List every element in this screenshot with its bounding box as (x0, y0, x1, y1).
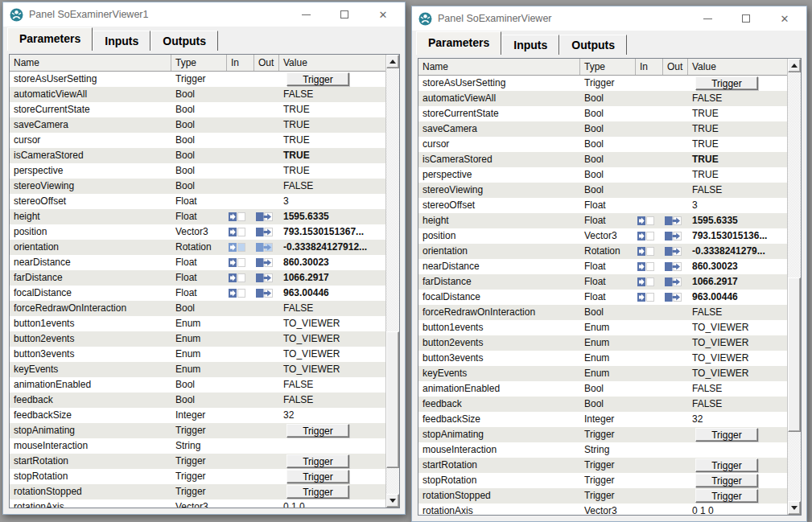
table-row[interactable]: heightFloat 1595.6335 (418, 213, 787, 228)
table-row[interactable]: storeCurrentStateBoolTRUE (418, 106, 787, 121)
title-bar[interactable]: Panel SoExaminerViewer ✕ (412, 6, 806, 31)
table-row[interactable]: isCameraStoredBoolTRUE (10, 148, 385, 163)
table-row[interactable]: stopAnimatingTriggerTrigger (418, 427, 787, 442)
table-row[interactable]: saveCameraBoolTRUE (10, 117, 385, 133)
param-value[interactable]: TRUE (688, 167, 787, 183)
column-header-name[interactable]: Name (10, 55, 171, 71)
table-row[interactable]: storeCurrentStateBoolTRUE (10, 102, 385, 117)
table-row[interactable]: button1eventsEnumTO_VIEWER (418, 320, 787, 335)
table-row[interactable]: focalDistanceFloat 963.00446 (10, 286, 385, 301)
table-row[interactable]: stereoViewingBoolFALSE (418, 183, 787, 198)
param-value[interactable]: FALSE (279, 179, 385, 194)
scrollbar-track[interactable] (788, 72, 801, 501)
param-value[interactable]: TO_VIEWER (688, 320, 787, 335)
table-row[interactable]: feedbackBoolFALSE (10, 393, 385, 408)
param-value[interactable]: TRUE (279, 163, 385, 179)
table-row[interactable]: stereoOffsetFloat3 (10, 194, 385, 209)
table-row[interactable]: animationEnabledBoolFALSE (10, 377, 385, 393)
table-row[interactable]: storeAsUserSettingTriggerTrigger (418, 76, 787, 91)
param-value[interactable]: TO_VIEWER (688, 335, 787, 351)
param-value[interactable]: 3 (279, 194, 385, 209)
table-row[interactable]: button3eventsEnumTO_VIEWER (418, 351, 787, 366)
column-header-out[interactable]: Out (254, 55, 279, 71)
table-row[interactable]: button2eventsEnumTO_VIEWER (418, 335, 787, 351)
table-row[interactable]: storeAsUserSettingTriggerTrigger (10, 72, 385, 87)
trigger-button[interactable]: Trigger (286, 485, 349, 499)
table-row[interactable]: perspectiveBoolTRUE (10, 163, 385, 179)
trigger-button[interactable]: Trigger (286, 454, 349, 468)
param-value[interactable]: TO_VIEWER (688, 351, 787, 366)
scroll-up-button[interactable] (386, 55, 399, 68)
table-row[interactable]: button1eventsEnumTO_VIEWER (10, 316, 385, 331)
table-row[interactable]: orientationRotation -0.333824127912... (10, 240, 385, 255)
param-value[interactable]: 963.00446 (688, 290, 787, 305)
param-value[interactable]: 793.1530151367... (279, 224, 385, 240)
trigger-button[interactable]: Trigger (695, 458, 758, 472)
table-row[interactable]: feedbackSizeInteger32 (418, 412, 787, 427)
table-row[interactable]: stereoViewingBoolFALSE (10, 179, 385, 194)
table-row[interactable]: nearDistanceFloat 860.30023 (418, 259, 787, 274)
table-row[interactable]: animationEnabledBoolFALSE (418, 381, 787, 397)
close-icon[interactable]: ✕ (377, 9, 389, 20)
table-row[interactable]: stereoOffsetFloat3 (418, 198, 787, 213)
scrollbar-thumb[interactable] (386, 331, 399, 468)
trigger-button[interactable]: Trigger (695, 474, 758, 487)
table-row[interactable]: stopRotationTriggerTrigger (10, 469, 385, 484)
trigger-button[interactable]: Trigger (286, 470, 349, 483)
maximize-icon[interactable] (740, 13, 752, 24)
param-value[interactable]: FALSE (279, 377, 385, 393)
table-row[interactable]: rotationAxisVector30 1 0 (10, 499, 385, 508)
table-row[interactable]: heightFloat 1595.6335 (10, 209, 385, 224)
column-header-name[interactable]: Name (418, 59, 580, 75)
tab-parameters[interactable]: Parameters (7, 27, 93, 51)
minimize-icon[interactable] (300, 9, 311, 20)
scroll-up-button[interactable] (788, 59, 801, 72)
scrollbar-thumb[interactable] (788, 277, 801, 432)
scrollbar-track[interactable] (386, 68, 399, 494)
param-value[interactable]: FALSE (688, 183, 787, 198)
param-value[interactable]: 32 (279, 408, 385, 423)
param-value[interactable]: 0 1 0 (279, 499, 385, 508)
param-value[interactable]: 963.00446 (279, 286, 385, 301)
table-row[interactable]: rotationStoppedTriggerTrigger (418, 488, 787, 504)
param-value[interactable]: 1595.6335 (279, 209, 385, 224)
param-value[interactable]: TRUE (279, 148, 385, 163)
column-header-out[interactable]: Out (663, 59, 688, 75)
tab-inputs[interactable]: Inputs (93, 31, 150, 51)
param-value[interactable]: TRUE (688, 137, 787, 152)
param-value[interactable]: 1595.6335 (688, 213, 787, 228)
trigger-button[interactable]: Trigger (286, 72, 349, 86)
param-value[interactable]: TRUE (279, 117, 385, 133)
param-value[interactable]: FALSE (688, 91, 787, 106)
table-row[interactable]: focalDistanceFloat 963.00446 (418, 290, 787, 305)
param-value[interactable]: 1066.2917 (279, 270, 385, 286)
table-row[interactable]: rotationStoppedTriggerTrigger (10, 484, 385, 499)
param-value[interactable]: TRUE (279, 133, 385, 148)
param-value[interactable]: FALSE (279, 393, 385, 408)
param-value[interactable]: 1066.2917 (688, 274, 787, 290)
param-value[interactable]: FALSE (279, 301, 385, 316)
param-value[interactable]: 793.153015136... (688, 228, 787, 244)
column-header-value[interactable]: Value (279, 55, 385, 71)
param-value[interactable]: FALSE (688, 305, 787, 320)
table-row[interactable]: orientationRotation -0.3338241279... (418, 244, 787, 259)
param-value[interactable]: 3 (688, 198, 787, 213)
title-bar[interactable]: Panel SoExaminerViewer1 ✕ (3, 2, 405, 27)
vertical-scrollbar[interactable] (787, 59, 801, 515)
param-value[interactable]: FALSE (688, 381, 787, 397)
column-header-type[interactable]: Type (171, 55, 227, 71)
table-row[interactable]: button2eventsEnumTO_VIEWER (10, 331, 385, 347)
table-row[interactable]: feedbackBoolFALSE (418, 397, 787, 412)
param-value[interactable]: TRUE (688, 106, 787, 121)
trigger-button[interactable]: Trigger (695, 428, 758, 442)
table-row[interactable]: forceRedrawOnInteractionBoolFALSE (10, 301, 385, 316)
table-row[interactable]: rotationAxisVector30 1 0 (418, 504, 787, 515)
table-row[interactable]: startRotationTriggerTrigger (418, 458, 787, 473)
table-row[interactable]: feedbackSizeInteger32 (10, 408, 385, 423)
table-row[interactable]: isCameraStoredBoolTRUE (418, 152, 787, 167)
maximize-icon[interactable] (339, 9, 350, 20)
param-value[interactable]: TO_VIEWER (688, 366, 787, 381)
tab-outputs[interactable]: Outputs (559, 35, 627, 55)
table-row[interactable]: positionVector3 793.153015136... (418, 228, 787, 244)
trigger-button[interactable]: Trigger (695, 76, 758, 90)
